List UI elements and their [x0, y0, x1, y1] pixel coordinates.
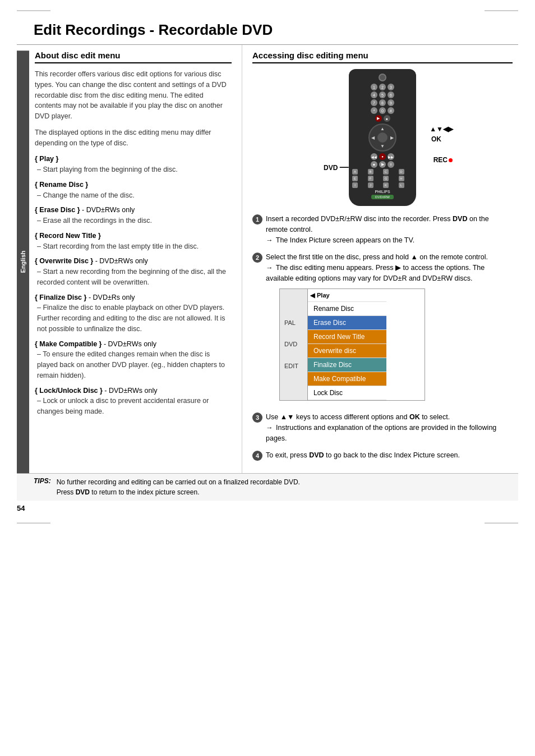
rec-label: REC: [433, 156, 453, 164]
bottom-bar: 54: [0, 501, 535, 516]
menu-item-overwrite-disc-row: Overwrite disc: [308, 344, 386, 358]
menu-item-rename-disc-row: Rename Disc: [308, 302, 386, 316]
step-3: 3 Use ▲▼ keys to access different option…: [252, 412, 513, 443]
menu-item-play: { Play } – Start playing from the beginn…: [35, 154, 232, 175]
remote-num-row-3: 789: [352, 99, 413, 106]
menu-items-list: ◀ Play Rename Disc Erase Disc Record New…: [308, 289, 386, 401]
tips-label: TIPS:: [34, 477, 51, 497]
ok-label: OK: [431, 135, 441, 143]
remote-num-row-1: 123: [352, 84, 413, 90]
step-4: 4 To exit, press DVD to go back to the d…: [252, 450, 513, 461]
left-intro-1: This recorder offers various disc edit o…: [35, 69, 232, 122]
left-intro-2: The displayed options in the disc editin…: [35, 127, 232, 149]
bottom-decoration: [0, 516, 535, 526]
left-column: About disc edit menu This recorder offer…: [29, 45, 242, 473]
remote-illustration: DVD — ▲▼◀▶ OK REC: [252, 69, 513, 206]
ok-annotation: ▲▼◀▶: [430, 125, 455, 133]
menu-item-record-new-title: { Record New Title } – Start recording f…: [35, 231, 232, 252]
top-decoration: [0, 0, 535, 17]
remote-func-row-2: ◀◀ ● ▶▶: [352, 153, 413, 160]
menu-item-overwrite-disc: { Overwrite Disc } - DVD±RWs only – Star…: [35, 256, 232, 287]
remote-dvdrw-label: DVD±RW: [371, 195, 394, 199]
sidebar-language-tab: English: [17, 51, 29, 473]
menu-item-erase-disc-row: Erase Disc: [308, 316, 386, 330]
tips-content: No further recording and editing can be …: [57, 477, 300, 497]
right-column: Accessing disc editing menu DVD — ▲▼◀▶ O…: [242, 45, 518, 473]
dvd-label: DVD —: [324, 162, 349, 172]
menu-item-rename-disc: { Rename Disc } – Change the name of the…: [35, 180, 232, 201]
remote-brand-label: PHILIPS: [352, 190, 413, 194]
remote-num-row-2: 456: [352, 91, 413, 98]
menu-item-erase-disc: { Erase Disc } - DVD±RWs only – Erase al…: [35, 205, 232, 226]
menu-item-make-compatible-row: Make Compatible: [308, 372, 386, 386]
menu-left-labels: PAL DVD EDIT: [280, 289, 308, 401]
left-section-header: About disc edit menu: [35, 51, 232, 63]
remote-body: 123 456 789 *0# ▶: [349, 69, 416, 206]
menu-item-play-row: ◀ Play: [308, 289, 386, 303]
step-2: 2 Select the first title on the disc, pr…: [252, 252, 513, 405]
remote-func-row-3: ■ ▶ II: [352, 161, 413, 168]
right-section-header: Accessing disc editing menu: [252, 51, 513, 63]
page-title: Edit Recordings - Recordable DVD: [34, 21, 501, 39]
menu-item-finalize-disc: { Finalize Disc } - DVD±Rs only – Finali…: [35, 292, 232, 335]
remote-nav-ring: ▲ ▼ ◀ ▶: [368, 123, 396, 152]
page-title-bar: Edit Recordings - Recordable DVD: [17, 17, 518, 45]
menu-item-lock-unlock-disc: { Lock/Unlock Disc } - DVD±RWs only – Lo…: [35, 386, 232, 417]
remote-func-row-1: ▶ ●: [352, 115, 413, 122]
step-1: 1 Insert a recorded DVD±R/±RW disc into …: [252, 214, 513, 245]
remote-num-row-4: *0#: [352, 107, 413, 114]
page-number: 54: [17, 504, 25, 512]
tips-bar: TIPS: No further recording and editing c…: [17, 473, 518, 501]
menu-screenshot: PAL DVD EDIT ◀ Play Rename Disc Erase Di…: [279, 288, 425, 401]
main-layout: English About disc edit menu This record…: [17, 45, 518, 473]
remote-grid-buttons: A B C D E F G H I J K L: [352, 169, 413, 188]
menu-item-make-compatible: { Make Compatible } - DVD±RWs only – To …: [35, 339, 232, 381]
menu-item-record-new-title-row: Record New Title: [308, 330, 386, 344]
menu-item-lock-disc-row: Lock Disc: [308, 386, 386, 400]
content-area: About disc edit menu This recorder offer…: [29, 45, 518, 473]
menu-item-finalize-disc-row: Finalize Disc: [308, 358, 386, 372]
